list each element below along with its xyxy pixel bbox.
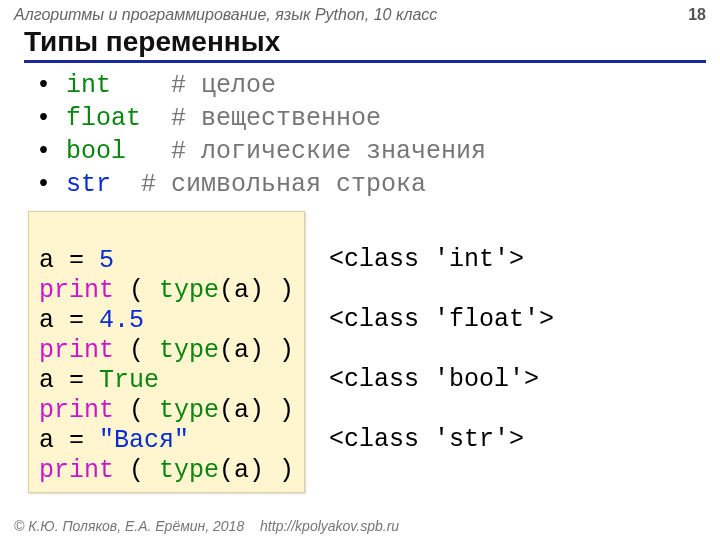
bullet-str: • str # символьная строка <box>36 168 720 201</box>
slide-footer: © К.Ю. Поляков, Е.А. Ерёмин, 2018 http:/… <box>14 518 399 534</box>
copyright: © К.Ю. Поляков, Е.А. Ерёмин, 2018 <box>14 518 244 534</box>
page-number: 18 <box>688 6 706 24</box>
bullet-bool: • bool # логические значения <box>36 135 720 168</box>
slide-title: Типы переменных <box>24 26 706 63</box>
output-int: <class 'int'> <box>329 245 524 274</box>
output-bool: <class 'bool'> <box>329 365 539 394</box>
type-list: • int # целое • float # вещественное • b… <box>36 69 720 201</box>
course-title: Алгоритмы и программирование, язык Pytho… <box>14 6 437 24</box>
footer-url: http://kpolyakov.spb.ru <box>260 518 399 534</box>
code-box: a = 5 print ( type(a) ) a = 4.5 print ( … <box>28 211 305 493</box>
bullet-int: • int # целое <box>36 69 720 102</box>
output-str: <class 'str'> <box>329 425 524 454</box>
slide-header: Алгоритмы и программирование, язык Pytho… <box>0 0 720 24</box>
output-float: <class 'float'> <box>329 305 554 334</box>
output-column: <class 'int'> <class 'float'> <class 'bo… <box>305 211 554 455</box>
bullet-float: • float # вещественное <box>36 102 720 135</box>
code-area: a = 5 print ( type(a) ) a = 4.5 print ( … <box>28 211 720 493</box>
